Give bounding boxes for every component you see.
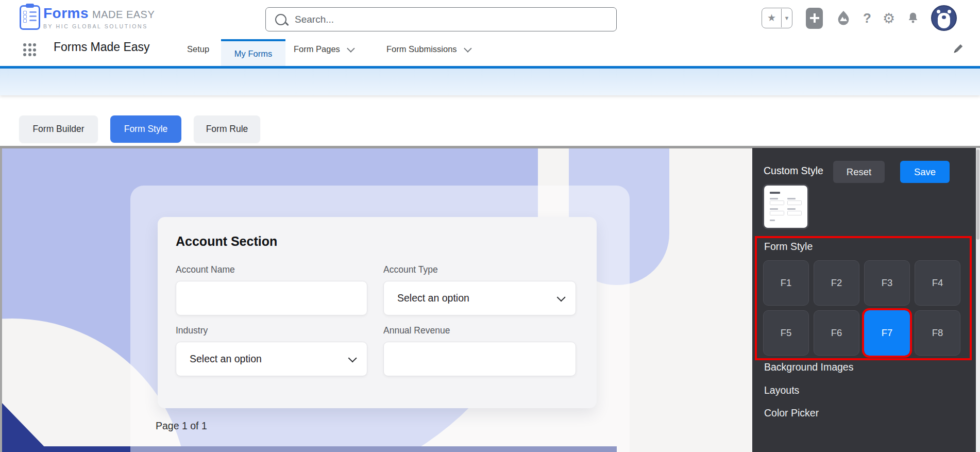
form-card: Account Section Account Name Account Typ… xyxy=(158,217,597,408)
app-launcher-icon[interactable] xyxy=(23,43,36,56)
setup-gear-icon[interactable]: ⚙ xyxy=(883,10,895,26)
section-title: Account Section xyxy=(176,234,277,249)
field-label-industry: Industry xyxy=(176,325,367,336)
nav-tab-my-forms[interactable]: My Forms xyxy=(221,39,285,66)
global-search[interactable] xyxy=(265,7,617,31)
trailhead-icon[interactable] xyxy=(835,9,852,27)
app-name: Forms Made Easy xyxy=(54,40,150,54)
edit-pencil-icon[interactable] xyxy=(952,42,965,57)
panel-link-background-images[interactable]: Background Images xyxy=(764,361,853,373)
tab-label: Form Builder xyxy=(32,124,84,135)
help-icon[interactable]: ? xyxy=(863,10,871,26)
custom-style-panel: Custom Style Reset Save Form Style F1 F2… xyxy=(752,148,980,452)
select-value: Select an option xyxy=(397,292,469,304)
save-button[interactable]: Save xyxy=(900,161,950,183)
style-option-f3[interactable]: F3 xyxy=(864,260,910,306)
quick-add-icon[interactable] xyxy=(806,8,823,29)
chevron-down-icon xyxy=(347,44,355,53)
style-option-f6[interactable]: F6 xyxy=(814,310,859,356)
nav-tab-label: Form Pages xyxy=(294,44,340,54)
nav-tab-label: My Forms xyxy=(234,49,272,59)
tab-form-style[interactable]: Form Style xyxy=(110,115,181,143)
style-option-f5[interactable]: F5 xyxy=(763,310,809,356)
app-navbar: Forms Made Easy Setup My Forms Form Page… xyxy=(0,32,980,66)
style-thumbnail[interactable] xyxy=(764,186,807,228)
style-option-f2[interactable]: F2 xyxy=(814,260,859,306)
panel-scrollbar[interactable] xyxy=(976,148,980,452)
nav-tab-form-pages[interactable]: Form Pages xyxy=(294,32,353,66)
chevron-down-icon xyxy=(464,44,472,53)
tab-form-builder[interactable]: Form Builder xyxy=(19,115,98,143)
style-option-f8[interactable]: F8 xyxy=(915,310,960,356)
app-window: Forms MADE EASY BY HIC GLOBAL SOLUTIONS … xyxy=(0,0,980,452)
button-label: Reset xyxy=(847,166,871,178)
annual-revenue-input[interactable] xyxy=(383,342,576,376)
logo-tagline: BY HIC GLOBAL SOLUTIONS xyxy=(43,24,155,29)
header-actions: ★ ▼ ? ⚙ xyxy=(762,7,957,29)
app-logo: Forms MADE EASY BY HIC GLOBAL SOLUTIONS xyxy=(43,6,155,29)
panel-link-layouts[interactable]: Layouts xyxy=(764,384,799,396)
field-label-account-name: Account Name xyxy=(176,264,367,275)
style-option-f1[interactable]: F1 xyxy=(763,260,809,306)
scrollbar-thumb[interactable] xyxy=(976,149,979,240)
tab-form-rule[interactable]: Form Rule xyxy=(194,115,260,143)
global-header: Forms MADE EASY BY HIC GLOBAL SOLUTIONS … xyxy=(0,0,980,32)
nav-tab-label: Form Submissions xyxy=(386,44,457,54)
logo-secondary-text: MADE EASY xyxy=(92,9,155,20)
industry-select[interactable]: Select an option xyxy=(176,342,367,376)
chevron-down-icon xyxy=(348,354,357,362)
account-name-input[interactable] xyxy=(176,281,367,315)
search-icon xyxy=(275,14,286,25)
page-header-band xyxy=(0,69,980,95)
form-style-grid: F1 F2 F3 F4 F5 F6 F7 F8 xyxy=(763,260,960,356)
search-input[interactable] xyxy=(294,13,584,26)
app-logo-icon xyxy=(20,5,40,30)
panel-link-color-picker[interactable]: Color Picker xyxy=(764,407,819,419)
page-indicator: Page 1 of 1 xyxy=(156,420,207,432)
annual-revenue-text-input[interactable] xyxy=(384,342,576,376)
form-style-section-label: Form Style xyxy=(764,241,813,253)
account-name-text-input[interactable] xyxy=(176,281,367,315)
account-type-select[interactable]: Select an option xyxy=(383,281,576,315)
style-option-f4[interactable]: F4 xyxy=(915,260,960,306)
tab-label: Form Rule xyxy=(206,124,248,135)
reset-button[interactable]: Reset xyxy=(833,161,885,183)
button-label: Save xyxy=(914,166,936,178)
user-avatar[interactable] xyxy=(931,5,957,31)
panel-title: Custom Style xyxy=(764,165,823,177)
favorites-button[interactable]: ★ ▼ xyxy=(762,8,792,28)
tab-label: Form Style xyxy=(124,124,168,135)
field-label-annual-revenue: Annual Revenue xyxy=(383,325,576,336)
star-icon: ★ xyxy=(762,9,782,27)
form-preview-canvas: Account Section Account Name Account Typ… xyxy=(2,148,752,452)
caret-down-icon: ▼ xyxy=(782,15,792,21)
chevron-down-icon xyxy=(557,293,566,302)
nav-tab-form-submissions[interactable]: Form Submissions xyxy=(386,32,470,66)
nav-tab-label: Setup xyxy=(187,44,209,54)
style-option-f7-selected[interactable]: F7 xyxy=(864,310,910,356)
field-label-account-type: Account Type xyxy=(383,264,576,275)
select-value: Select an option xyxy=(190,353,262,365)
notifications-bell-icon[interactable] xyxy=(906,11,920,25)
logo-primary-text: Forms xyxy=(43,6,89,21)
nav-tab-setup[interactable]: Setup xyxy=(187,32,209,66)
